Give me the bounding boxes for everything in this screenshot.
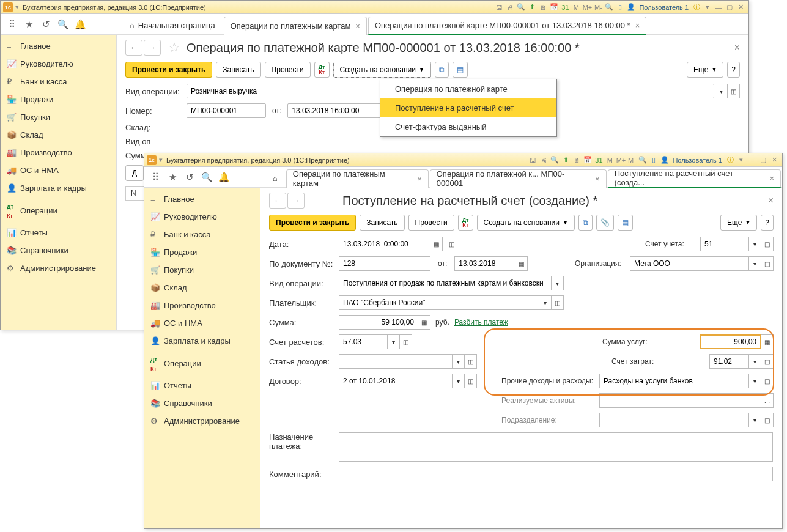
date-icon[interactable]: 31 bbox=[593, 155, 604, 165]
payer-input[interactable] bbox=[339, 295, 539, 310]
sidebar-item-assets[interactable]: 🚚ОС и НМА bbox=[144, 314, 260, 332]
calc-icon[interactable]: ⬆ bbox=[527, 2, 538, 12]
structure-button[interactable]: ⧉ bbox=[578, 215, 593, 231]
date-icon[interactable]: 31 bbox=[560, 2, 571, 12]
sidebar-item-bank[interactable]: ₽Банк и касса bbox=[1, 73, 116, 91]
menu-item-invoice[interactable]: Счет-фактура выданный bbox=[380, 117, 556, 136]
dropdown-icon[interactable]: ▾ bbox=[453, 374, 465, 388]
mminus-icon[interactable]: M- bbox=[593, 2, 604, 12]
ellipsis-icon[interactable]: … bbox=[761, 393, 774, 408]
sidebar-item-bank[interactable]: ₽Банк и касса bbox=[144, 226, 260, 243]
post-close-button[interactable]: Провести и закрыть bbox=[269, 215, 356, 231]
calc-icon[interactable]: ▦ bbox=[761, 334, 774, 349]
open-icon[interactable]: ◫ bbox=[761, 374, 774, 388]
preview-icon[interactable]: 🔍 bbox=[549, 155, 560, 165]
more-button[interactable]: Еще▼ bbox=[720, 215, 757, 231]
close-icon[interactable]: × bbox=[355, 21, 360, 31]
post-button[interactable]: Провести bbox=[265, 62, 311, 78]
docdate-input[interactable] bbox=[454, 256, 515, 271]
print-icon[interactable]: 🖨 bbox=[538, 155, 549, 165]
dropdown-icon[interactable]: ▾ bbox=[453, 354, 465, 369]
op-input[interactable] bbox=[339, 276, 552, 290]
history-icon[interactable]: ↺ bbox=[37, 16, 54, 33]
sidebar-item-admin[interactable]: ⚙Администрирование bbox=[144, 412, 260, 430]
bell-icon[interactable]: 🔔 bbox=[215, 169, 232, 186]
comment-input[interactable] bbox=[339, 467, 773, 481]
income-input[interactable] bbox=[339, 354, 453, 369]
sidebar-item-main[interactable]: ≡Главное bbox=[1, 37, 116, 55]
doc-icon[interactable]: 🗎 bbox=[538, 2, 549, 12]
user-label[interactable]: Пользователь 1 bbox=[639, 4, 689, 11]
open-icon[interactable]: ◫ bbox=[728, 84, 740, 98]
forward-button[interactable]: → bbox=[144, 40, 161, 56]
link-icon[interactable]: ◫ bbox=[445, 237, 457, 251]
dropdown-icon[interactable]: ▾ bbox=[715, 84, 728, 98]
dtkt-button[interactable]: ДтКт bbox=[314, 62, 330, 78]
dropdown-icon[interactable]: ▾ bbox=[749, 237, 761, 251]
dropdown-icon[interactable]: ▾ bbox=[749, 256, 761, 271]
create-based-button[interactable]: Создать на основании▼ bbox=[333, 62, 431, 78]
info-caret-icon[interactable]: ▾ bbox=[736, 155, 747, 165]
back-button[interactable]: ← bbox=[269, 193, 286, 209]
app-menu-caret-icon[interactable]: ▾ bbox=[159, 156, 163, 164]
open-icon[interactable]: ◫ bbox=[465, 374, 477, 388]
sidebar-item-operations[interactable]: ДтКтОперации bbox=[1, 197, 116, 224]
num-input[interactable] bbox=[191, 106, 262, 115]
mminus-icon[interactable]: M- bbox=[626, 155, 637, 165]
list-button[interactable]: ▤ bbox=[618, 215, 633, 231]
maximize-icon[interactable]: ▢ bbox=[758, 155, 769, 165]
info-icon[interactable]: ⓘ bbox=[691, 2, 702, 12]
calc-icon[interactable]: ⬆ bbox=[560, 155, 571, 165]
post-close-button[interactable]: Провести и закрыть bbox=[125, 62, 212, 78]
favorites-icon[interactable]: ★ bbox=[20, 16, 37, 33]
search-icon[interactable]: 🔍 bbox=[54, 16, 72, 33]
more-button[interactable]: Еще▼ bbox=[687, 62, 723, 78]
open-icon[interactable]: ◫ bbox=[552, 295, 564, 310]
post-button[interactable]: Провести bbox=[408, 215, 454, 231]
close-icon[interactable]: ✕ bbox=[735, 2, 746, 12]
print-icon[interactable]: 🖨 bbox=[504, 2, 515, 12]
sidebar-item-admin[interactable]: ⚙Администрирование bbox=[1, 259, 116, 277]
calendar-icon[interactable]: ▦ bbox=[430, 237, 443, 251]
split-link[interactable]: Разбить платеж bbox=[454, 318, 508, 327]
sidebar-item-refs[interactable]: 📚Справочники bbox=[1, 242, 116, 259]
bell-icon[interactable]: 🔔 bbox=[72, 16, 89, 33]
m-icon[interactable]: M bbox=[604, 155, 615, 165]
calendar-icon[interactable]: ▦ bbox=[515, 256, 528, 271]
dropdown-icon[interactable]: ▾ bbox=[388, 334, 400, 349]
sidebar-item-manager[interactable]: 📈Руководителю bbox=[144, 208, 260, 226]
calc-icon[interactable]: ▦ bbox=[418, 315, 430, 330]
apps-icon[interactable]: ⠿ bbox=[147, 169, 164, 186]
info-icon[interactable]: ⓘ bbox=[725, 155, 736, 165]
doc-icon[interactable]: 🗎 bbox=[571, 155, 582, 165]
dropdown-icon[interactable]: ▾ bbox=[749, 413, 761, 427]
search-icon[interactable]: 🔍 bbox=[198, 169, 215, 186]
mplus-icon[interactable]: M+ bbox=[582, 2, 593, 12]
favorite-icon[interactable]: ☆ bbox=[168, 40, 180, 56]
sidebar-item-warehouse[interactable]: 📦Склад bbox=[1, 126, 116, 144]
sidebar-item-sales[interactable]: 🏪Продажи bbox=[144, 243, 260, 261]
date-field[interactable] bbox=[287, 103, 385, 118]
tab-operations[interactable]: Операции по платежным картам× bbox=[224, 17, 367, 35]
tab-operation-card[interactable]: Операция по платежной к... МП00-000001× bbox=[430, 169, 607, 188]
help-button[interactable]: ? bbox=[727, 62, 740, 78]
maximize-icon[interactable]: ▢ bbox=[724, 2, 735, 12]
zoom-icon[interactable]: 🔍 bbox=[637, 155, 648, 165]
minimize-icon[interactable]: — bbox=[713, 2, 724, 12]
app-menu-caret-icon[interactable]: ▾ bbox=[15, 3, 19, 11]
sidebar-item-sales[interactable]: 🏪Продажи bbox=[1, 91, 116, 108]
structure-button[interactable]: ⧉ bbox=[435, 62, 449, 78]
org-input[interactable] bbox=[630, 256, 749, 271]
save-icon[interactable]: 🖫 bbox=[493, 2, 504, 12]
cost-input[interactable] bbox=[709, 354, 749, 369]
open-icon[interactable]: ◫ bbox=[465, 354, 477, 369]
sidebar-item-warehouse[interactable]: 📦Склад bbox=[144, 279, 260, 297]
sidebar-item-production[interactable]: 🏭Производство bbox=[144, 297, 260, 314]
close-icon[interactable]: × bbox=[635, 21, 640, 30]
calendar-icon[interactable]: 📅 bbox=[582, 155, 593, 165]
date-input[interactable] bbox=[339, 237, 430, 251]
docnum-input[interactable] bbox=[339, 256, 430, 271]
add-button[interactable]: Д bbox=[125, 165, 144, 181]
sidebar-item-manager[interactable]: 📈Руководителю bbox=[1, 55, 116, 73]
sidebar-item-reports[interactable]: 📊Отчеты bbox=[144, 377, 260, 394]
